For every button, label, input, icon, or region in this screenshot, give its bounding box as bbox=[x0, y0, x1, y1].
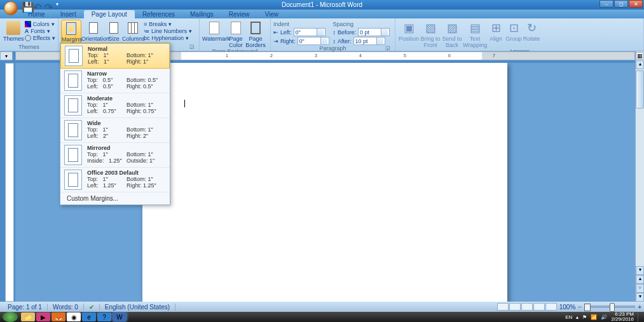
tray-volume-icon[interactable]: 🔊 bbox=[601, 314, 607, 320]
text-wrapping-button[interactable]: ▤Text Wrapping bbox=[463, 20, 487, 48]
paragraph-launcher[interactable]: ◲ bbox=[385, 45, 391, 51]
effects-icon bbox=[25, 35, 31, 41]
spacing-before-input[interactable]: 0 pt bbox=[358, 28, 390, 36]
page-borders-button[interactable]: Page Borders bbox=[245, 20, 266, 48]
minimize-button[interactable]: – bbox=[599, 0, 613, 8]
group-icon: ⊡ bbox=[507, 21, 521, 35]
wrap-icon: ▤ bbox=[468, 21, 482, 35]
tab-mailings[interactable]: Mailings bbox=[182, 10, 221, 18]
status-language[interactable]: English (United States) bbox=[100, 304, 175, 311]
indent-right-icon: ⇥ bbox=[273, 38, 278, 44]
tray-clock[interactable]: 6:23 PM 2/29/2016 bbox=[611, 312, 634, 322]
taskbar-ie-icon[interactable]: e bbox=[82, 312, 96, 321]
window-title: Document1 - Microsoft Word bbox=[282, 1, 362, 8]
tab-review[interactable]: Review bbox=[221, 10, 257, 18]
margins-option-narrow[interactable]: NarrowTop: 0.5"Bottom: 0.5"Left: 0.5"Rig… bbox=[60, 69, 170, 93]
align-button[interactable]: ⊞Align bbox=[487, 20, 505, 42]
select-browse-object[interactable]: ▾ bbox=[0, 51, 13, 60]
fonts-icon: A bbox=[25, 28, 29, 34]
tray-flag-icon[interactable]: ⚑ bbox=[582, 314, 587, 320]
web-layout-view-button[interactable] bbox=[521, 303, 533, 311]
vertical-scrollbar[interactable]: ▦ ▴ ▾ ▴ ○ ▾ bbox=[635, 51, 644, 302]
office-button[interactable] bbox=[4, 1, 18, 15]
zoom-out-button[interactable]: − bbox=[578, 304, 582, 311]
ruler-toggle[interactable]: ▦ bbox=[636, 52, 643, 60]
tab-view[interactable]: View bbox=[257, 10, 287, 18]
margins-dropdown: NormalTop: 1"Bottom: 1"Left: 1"Right: 1"… bbox=[60, 43, 170, 205]
save-icon[interactable]: 💾 bbox=[22, 1, 29, 9]
tab-references[interactable]: References bbox=[135, 10, 182, 18]
draft-view-button[interactable] bbox=[545, 303, 557, 311]
previous-page-button[interactable]: ▴ bbox=[636, 275, 644, 284]
full-screen-view-button[interactable] bbox=[509, 303, 521, 311]
position-button[interactable]: ▣Position bbox=[398, 20, 420, 42]
theme-colors-button[interactable]: Colors ▾ bbox=[25, 21, 55, 27]
zoom-slider[interactable] bbox=[584, 305, 635, 308]
taskbar-explorer-icon[interactable]: 📁 bbox=[21, 312, 35, 321]
page[interactable] bbox=[142, 63, 507, 302]
redo-icon[interactable]: ↷ bbox=[45, 1, 52, 9]
margins-option-wide[interactable]: WideTop: 1"Bottom: 1"Left: 2"Right: 2" bbox=[60, 118, 170, 143]
margins-option-mirrored[interactable]: MirroredTop: 1"Bottom: 1"Inside: 1.25"Ou… bbox=[60, 143, 170, 168]
status-words[interactable]: Words: 0 bbox=[48, 304, 84, 311]
margins-option-normal[interactable]: NormalTop: 1"Bottom: 1"Left: 1"Right: 1" bbox=[60, 43, 170, 69]
margins-button[interactable]: Margins bbox=[61, 20, 81, 43]
indent-right-input[interactable]: 0" bbox=[298, 37, 329, 45]
taskbar-word-icon[interactable]: W bbox=[113, 312, 127, 321]
status-page[interactable]: Page: 1 of 1 bbox=[3, 304, 48, 311]
breaks-icon: ≡ bbox=[144, 21, 147, 27]
zoom-level[interactable]: 100% bbox=[559, 304, 576, 311]
line-numbers-button[interactable]: ≔Line Numbers ▾ bbox=[144, 28, 192, 34]
scroll-down-arrow[interactable]: ▾ bbox=[636, 266, 644, 275]
send-to-back-button[interactable]: ▨Send to Back bbox=[441, 20, 463, 48]
taskbar-help-icon[interactable]: ? bbox=[97, 312, 111, 321]
scroll-thumb[interactable] bbox=[636, 70, 644, 109]
align-icon: ⊞ bbox=[489, 21, 503, 35]
tab-page-layout[interactable]: Page Layout bbox=[84, 10, 135, 18]
scroll-up-arrow[interactable]: ▴ bbox=[636, 60, 644, 69]
orientation-icon bbox=[86, 21, 100, 35]
tray-network-icon[interactable]: 📶 bbox=[591, 314, 597, 320]
print-layout-view-button[interactable] bbox=[497, 303, 509, 311]
taskbar-mediaplayer-icon[interactable]: ▶ bbox=[36, 312, 50, 321]
themes-button[interactable]: Themes bbox=[3, 20, 25, 42]
taskbar-firefox-icon[interactable]: 🦊 bbox=[51, 312, 65, 321]
theme-fonts-button[interactable]: AFonts ▾ bbox=[25, 28, 55, 34]
margin-preview-icon bbox=[65, 46, 83, 66]
margins-option-office-2003-default[interactable]: Office 2003 DefaultTop: 1"Bottom: 1"Left… bbox=[60, 168, 170, 192]
group-button[interactable]: ⊡Group bbox=[505, 20, 523, 42]
next-page-button[interactable]: ▾ bbox=[636, 293, 644, 302]
page-color-button[interactable]: Page Color bbox=[226, 20, 245, 48]
themes-label: Themes bbox=[3, 36, 24, 42]
margins-option-moderate[interactable]: ModerateTop: 1"Bottom: 1"Left: 0.75"Righ… bbox=[60, 93, 170, 118]
outline-view-button[interactable] bbox=[533, 303, 545, 311]
indent-left-input[interactable]: 0" bbox=[294, 28, 325, 36]
breaks-button[interactable]: ≡Breaks ▾ bbox=[144, 21, 192, 27]
theme-effects-button[interactable]: Effects ▾ bbox=[25, 35, 55, 41]
zoom-in-button[interactable]: + bbox=[638, 304, 641, 311]
watermark-button[interactable]: Watermark bbox=[202, 20, 226, 42]
start-button[interactable] bbox=[3, 312, 18, 322]
tray-show-hidden-icon[interactable]: ▴ bbox=[576, 314, 579, 320]
close-button[interactable]: ✕ bbox=[629, 0, 643, 8]
undo-icon[interactable]: ↶ bbox=[33, 1, 41, 9]
page-borders-icon bbox=[249, 21, 263, 35]
size-button[interactable]: Size bbox=[106, 20, 122, 42]
browse-object-button[interactable]: ○ bbox=[636, 284, 644, 293]
orientation-button[interactable]: Orientation bbox=[81, 20, 106, 42]
rotate-button[interactable]: ↻Rotate bbox=[523, 20, 540, 42]
columns-button[interactable]: Columns bbox=[122, 20, 144, 42]
show-desktop-button[interactable] bbox=[638, 312, 641, 322]
status-spellcheck-icon[interactable]: ✔ bbox=[84, 304, 100, 311]
vertical-ruler[interactable] bbox=[5, 63, 14, 302]
bring-to-front-button[interactable]: ▧Bring to Front bbox=[420, 20, 441, 48]
custom-margins-item[interactable]: Custom Margins... bbox=[60, 192, 170, 205]
tab-insert[interactable]: Insert bbox=[53, 10, 84, 18]
page-setup-launcher[interactable]: ◲ bbox=[189, 44, 195, 50]
maximize-button[interactable]: ◻ bbox=[614, 0, 628, 8]
taskbar-chrome-icon[interactable]: ◉ bbox=[67, 312, 81, 321]
spacing-after-input[interactable]: 10 pt bbox=[353, 37, 385, 45]
tray-language[interactable]: EN bbox=[565, 314, 572, 320]
qat-customize-icon[interactable]: ▾ bbox=[56, 1, 64, 9]
hyphenation-button[interactable]: bcHyphenation ▾ bbox=[144, 35, 192, 41]
